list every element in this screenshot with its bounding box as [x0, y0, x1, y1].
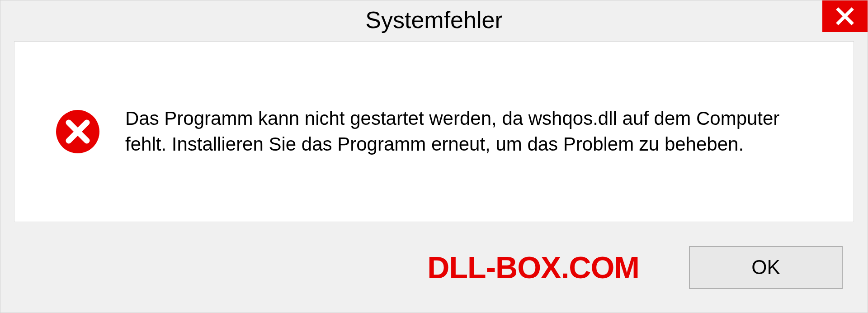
- content-area: Das Programm kann nicht gestartet werden…: [14, 41, 854, 222]
- dialog-footer: DLL-BOX.COM OK: [0, 231, 868, 313]
- close-icon: [835, 6, 855, 26]
- error-message: Das Programm kann nicht gestartet werden…: [125, 106, 822, 157]
- error-dialog: Systemfehler Das Programm kann nicht ges…: [0, 0, 868, 313]
- dialog-title: Systemfehler: [365, 6, 502, 33]
- ok-button[interactable]: OK: [689, 246, 843, 289]
- titlebar: Systemfehler: [0, 0, 868, 39]
- watermark-text: DLL-BOX.COM: [427, 250, 639, 285]
- error-icon: [55, 109, 100, 154]
- close-button[interactable]: [822, 0, 868, 32]
